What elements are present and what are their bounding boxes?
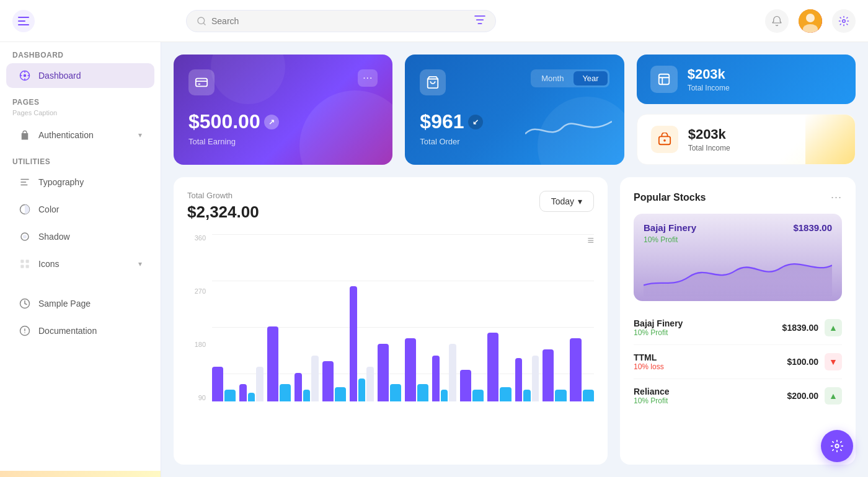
bar-purple <box>570 338 581 401</box>
chart-y-labels: 90 180 270 360 <box>187 234 210 401</box>
bar-group <box>405 240 428 401</box>
stock-price: $1839.00 <box>782 323 818 333</box>
search-input[interactable] <box>211 16 469 26</box>
bar-purple <box>487 333 498 401</box>
bar-cyan <box>335 387 346 401</box>
y-label-270: 270 <box>187 287 210 295</box>
search-wrapper <box>186 10 496 32</box>
income-blue-amount: $203k <box>688 66 730 82</box>
y-label-360: 360 <box>187 234 210 242</box>
bar-purple <box>542 349 554 401</box>
today-button[interactable]: Today ▾ <box>539 191 594 212</box>
order-card-icon <box>420 69 446 95</box>
month-toggle-button[interactable]: Month <box>533 71 572 85</box>
sidebar: BERRY Dashboard Dashboard Pages Pages Ca… <box>0 0 161 477</box>
earning-more-button[interactable]: ··· <box>358 69 378 87</box>
bar-light <box>449 344 456 401</box>
growth-title: Total Growth <box>187 191 259 200</box>
stock-profit: 10% Profit <box>634 328 782 337</box>
notification-button[interactable] <box>765 9 789 33</box>
dashboard-section-label: Dashboard <box>0 42 161 62</box>
growth-header: Total Growth $2,324.00 Today ▾ <box>187 191 594 222</box>
income-cards-col: $203k Total Income <box>637 55 856 165</box>
sidebar-item-dashboard[interactable]: Dashboard <box>6 63 154 88</box>
svg-rect-23 <box>196 79 207 87</box>
sidebar-item-typography[interactable]: Typography <box>6 170 154 195</box>
svg-rect-16 <box>18 20 25 22</box>
chart-area: ≡ 90 180 270 360 <box>187 234 594 420</box>
bar-cyan <box>500 387 511 401</box>
order-trend-badge: ↙ <box>468 115 483 129</box>
income-blue-info: $203k Total Income <box>688 66 730 92</box>
stock-list: Bajaj Finery 10% Profit $1839.00 ▲ TTML … <box>634 311 842 413</box>
hamburger-button[interactable] <box>12 10 35 32</box>
filter-icon[interactable] <box>474 15 485 27</box>
sidebar-item-icons[interactable]: Icons ▾ <box>6 252 154 276</box>
stock-list-item: TTML 10% loss $100.00 ▼ <box>634 345 842 379</box>
bar-purple <box>322 361 334 401</box>
avatar[interactable] <box>799 9 822 33</box>
bar-group <box>212 240 236 401</box>
sidebar-item-sample-page[interactable]: Sample Page <box>6 291 154 316</box>
earning-card-icon <box>188 69 215 95</box>
earning-amount: $500.00 ↗ <box>188 110 378 133</box>
bar-light <box>256 367 263 401</box>
stock-trend-badge: ▲ <box>825 387 842 405</box>
bar-group <box>267 240 291 401</box>
stocks-header: Popular Stocks ··· <box>634 191 842 204</box>
bar-purple <box>515 358 522 401</box>
bar-group <box>460 240 484 401</box>
cards-row: ··· $500.00 ↗ Total Earning <box>174 55 856 165</box>
income-yellow-label: Total Income <box>688 144 730 152</box>
fab-settings[interactable] <box>821 430 853 462</box>
stocks-more-button[interactable]: ··· <box>831 191 842 204</box>
sidebar-item-typography-label: Typography <box>38 177 84 187</box>
stock-list-item: Bajaj Finery 10% Profit $1839.00 ▲ <box>634 311 842 345</box>
featured-stock-chart <box>644 249 832 299</box>
bell-icon <box>771 15 782 27</box>
svg-point-20 <box>806 14 815 22</box>
bar-cyan <box>224 390 236 401</box>
sidebar-item-shadow[interactable]: Shadow <box>6 224 154 249</box>
featured-stock-profit: 10% Profit <box>644 235 832 244</box>
sidebar-item-sample-page-label: Sample Page <box>38 299 91 309</box>
bar-group <box>432 240 456 401</box>
sidebar-item-color[interactable]: Color <box>6 197 154 222</box>
svg-point-27 <box>663 139 666 142</box>
earning-label: Total Earning <box>188 137 378 146</box>
auth-icon <box>19 129 31 141</box>
bar-purple <box>212 367 223 401</box>
dashboard-icon <box>19 69 31 82</box>
stock-profit: 10% loss <box>634 362 787 371</box>
stock-info: Reliance 10% Profit <box>634 387 787 405</box>
svg-rect-11 <box>20 265 24 268</box>
today-chevron: ▾ <box>578 196 582 206</box>
svg-rect-9 <box>20 260 24 263</box>
bar-purple <box>350 286 356 401</box>
sidebar-item-dashboard-label: Dashboard <box>38 71 81 81</box>
bar-cyan <box>583 390 594 401</box>
svg-rect-15 <box>18 17 29 18</box>
sidebar-item-documentation[interactable]: Documentation <box>6 318 154 343</box>
bar-group <box>294 240 318 401</box>
bar-purple <box>405 338 416 401</box>
chart-bars <box>212 234 594 401</box>
bar-cyan <box>555 390 566 401</box>
svg-rect-12 <box>26 265 29 268</box>
sidebar-item-authentication[interactable]: Authentication ▾ <box>6 123 154 147</box>
svg-point-22 <box>843 19 846 22</box>
sidebar-item-shadow-label: Shadow <box>38 232 70 242</box>
svg-rect-17 <box>18 24 29 25</box>
header-right <box>765 9 856 33</box>
settings-button[interactable] <box>832 9 856 33</box>
svg-rect-10 <box>26 260 29 263</box>
gear-icon <box>838 15 849 27</box>
featured-stock-header: Bajaj Finery $1839.00 <box>644 222 832 233</box>
documentation-icon <box>19 325 31 337</box>
stock-name: Bajaj Finery <box>634 318 782 328</box>
year-toggle-button[interactable]: Year <box>574 71 607 85</box>
order-card: Month Year $961 ↙ Total Order <box>405 55 624 165</box>
earning-trend-badge: ↗ <box>264 115 279 129</box>
income-card-blue: $203k Total Income <box>637 55 856 104</box>
stock-profit: 10% Profit <box>634 396 787 405</box>
